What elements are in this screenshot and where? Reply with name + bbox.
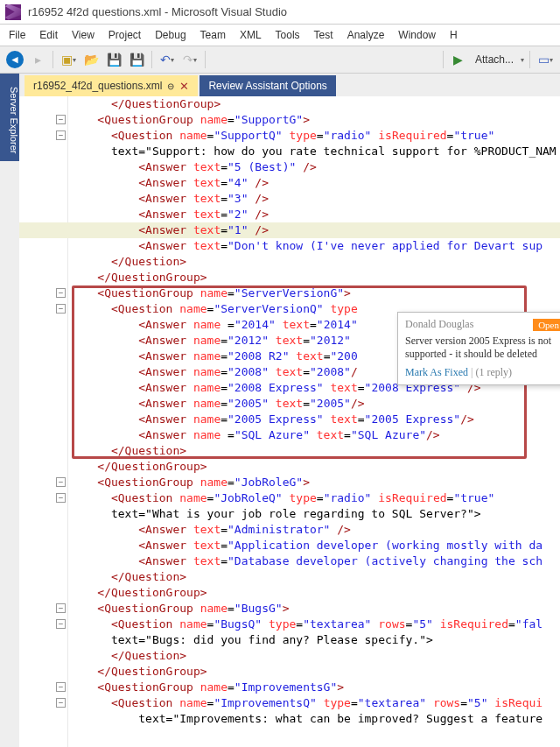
menu-window[interactable]: Window [391,26,443,44]
code-content[interactable]: </QuestionGroup> <QuestionGroup name="Su… [70,96,560,727]
tab-active-label: r16952_4f2d_questions.xml [33,80,162,92]
menu-debug[interactable]: Debug [148,26,192,44]
attach-dropdown-icon[interactable]: ▾ [521,56,524,64]
attach-label[interactable]: Attach... [472,53,517,66]
menu-tools[interactable]: Tools [269,26,307,44]
nav-back-button[interactable]: ◄ [5,50,24,69]
menu-team[interactable]: Team [193,26,233,44]
save-button[interactable]: 💾 [104,50,123,69]
tab-inactive-label: Review Assistant Options [208,80,326,92]
menu-help[interactable]: H [443,26,465,44]
fold-icon[interactable]: − [56,130,66,140]
undo-button[interactable]: ↶▾ [158,50,177,69]
comment-replies[interactable]: (1 reply) [475,366,512,378]
fold-icon[interactable]: − [56,603,66,613]
fold-icon[interactable]: − [56,698,66,708]
menu-analyze[interactable]: Analyze [340,26,392,44]
menu-bar: File Edit View Project Debug Team XML To… [0,25,560,46]
new-project-button[interactable]: ▣▾ [59,50,78,69]
server-explorer-tab[interactable]: Server Explorer [0,74,19,161]
toolbar: ◄ ▸ ▣▾ 📂 💾 💾 ↶▾ ↷▾ ▶ Attach... ▾ ▭▾ [0,46,560,74]
fold-icon[interactable]: − [56,115,66,124]
tab-active[interactable]: r16952_4f2d_questions.xml ⊖ ✕ [24,75,198,96]
code-editor[interactable]: − − − − − − − − − − </QuestionGroup> <Qu… [19,96,560,747]
save-all-button[interactable]: 💾 [127,50,146,69]
comment-author: Donald Douglas [405,318,473,331]
nav-fwd-button[interactable]: ▸ [28,50,47,69]
start-button[interactable]: ▶ [449,50,468,69]
window-title: r16952 4f2d questions.xml - Microsoft Vi… [28,5,287,18]
redo-button[interactable]: ↷▾ [180,50,200,69]
review-comment-popup: Donald Douglas Open Server version 2005 … [397,312,560,385]
menu-xml[interactable]: XML [233,26,269,44]
title-bar: r16952 4f2d questions.xml - Microsoft Vi… [0,0,560,25]
open-file-button[interactable]: 📂 [81,50,101,69]
fold-icon[interactable]: − [56,288,66,298]
fold-icon[interactable]: − [56,493,66,503]
fold-icon[interactable]: − [56,682,66,692]
editor-gutter: − − − − − − − − − − [19,96,68,747]
toolbar-button-a[interactable]: ▭▾ [536,50,555,69]
fold-icon[interactable]: − [56,477,66,487]
fold-icon[interactable]: − [56,304,66,314]
vs-logo-icon [5,4,21,20]
comment-body: Server version 2005 Express is not suppo… [405,335,560,361]
fold-icon[interactable]: − [56,619,66,629]
pin-icon[interactable]: ⊖ [167,81,174,91]
menu-project[interactable]: Project [102,26,148,44]
document-tabs: r16952_4f2d_questions.xml ⊖ ✕ Review Ass… [0,74,560,96]
close-icon[interactable]: ✕ [179,80,189,93]
menu-file[interactable]: File [2,26,32,44]
comment-status-badge[interactable]: Open [533,319,560,331]
tab-review-options[interactable]: Review Assistant Options [200,75,335,96]
menu-view[interactable]: View [65,26,102,44]
menu-test[interactable]: Test [307,26,340,44]
menu-edit[interactable]: Edit [32,26,65,44]
mark-as-fixed-link[interactable]: Mark As Fixed [405,366,468,378]
